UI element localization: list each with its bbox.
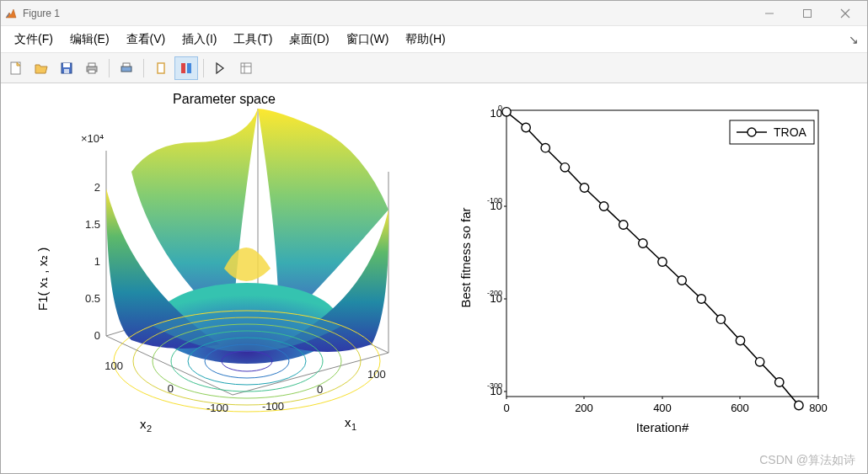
svg-rect-10 [88, 70, 95, 73]
menu-help[interactable]: 帮助(H) [397, 29, 453, 51]
svg-point-76 [697, 295, 705, 303]
z-axis-label: F1( x₁ , x₂ ) [35, 248, 50, 311]
svg-rect-7 [64, 69, 69, 73]
svg-rect-15 [187, 63, 191, 73]
svg-text:0.5: 0.5 [85, 292, 100, 305]
svg-text:100: 100 [367, 368, 386, 381]
svg-point-77 [716, 315, 725, 323]
y-axis-label: Best fitness so far [460, 207, 473, 307]
svg-point-69 [560, 163, 569, 172]
svg-point-84 [747, 128, 756, 136]
print-preview-button[interactable] [115, 56, 138, 80]
toolbar-separator [109, 59, 110, 77]
x2-axis-label: x [140, 417, 147, 431]
x-axis-label: Iteration# [636, 420, 689, 434]
svg-text:-300: -300 [487, 381, 502, 390]
watermark: CSDN @算法如诗 [759, 453, 855, 468]
svg-text:100: 100 [104, 359, 123, 372]
svg-point-80 [775, 378, 784, 386]
new-figure-button[interactable] [4, 56, 28, 80]
svg-text:600: 600 [731, 402, 749, 414]
svg-point-70 [580, 184, 588, 192]
plot-area: Parameter space [1, 83, 867, 473]
z-exponent-label: ×10⁴ [81, 132, 104, 145]
svg-rect-1 [803, 9, 811, 17]
svg-rect-11 [121, 67, 131, 72]
property-inspector-button[interactable] [234, 56, 258, 80]
toolbar-separator [203, 59, 204, 77]
svg-text:0: 0 [94, 329, 100, 342]
print-button[interactable] [80, 56, 104, 80]
menu-view[interactable]: 查看(V) [118, 29, 174, 51]
svg-point-72 [619, 221, 628, 229]
svg-text:-100: -100 [262, 400, 284, 413]
svg-text:0: 0 [317, 383, 323, 396]
svg-text:-200: -200 [487, 289, 502, 297]
svg-text:800: 800 [809, 402, 828, 414]
close-button[interactable] [826, 1, 864, 26]
svg-text:2: 2 [94, 181, 100, 194]
svg-text:0: 0 [503, 402, 509, 414]
svg-point-67 [522, 123, 530, 131]
svg-rect-16 [241, 63, 251, 73]
svg-point-73 [639, 239, 647, 248]
svg-point-78 [736, 336, 744, 344]
convergence-plot[interactable]: 100 10-100 10-200 10-300 0200 400600 800 [460, 102, 831, 429]
svg-text:0: 0 [168, 382, 174, 395]
svg-rect-9 [88, 63, 95, 67]
svg-text:-100: -100 [487, 196, 502, 205]
surface-plot[interactable]: Parameter space [26, 92, 422, 454]
svg-text:400: 400 [653, 402, 672, 414]
menu-file[interactable]: 文件(F) [6, 29, 62, 51]
svg-rect-6 [63, 63, 70, 67]
svg-point-74 [658, 258, 667, 266]
matlab-figure-icon [4, 7, 18, 20]
menu-insert[interactable]: 插入(I) [174, 29, 225, 51]
svg-point-66 [502, 108, 511, 116]
svg-point-81 [795, 401, 803, 409]
toolbar-separator [143, 59, 144, 77]
menu-tools[interactable]: 工具(T) [225, 29, 281, 51]
minimize-button[interactable] [750, 1, 788, 26]
menubar: 文件(F) 编辑(E) 查看(V) 插入(I) 工具(T) 桌面(D) 窗口(W… [1, 26, 867, 53]
svg-point-68 [541, 144, 549, 152]
x1-axis-label: x [345, 415, 351, 429]
menu-edit[interactable]: 编辑(E) [62, 29, 118, 51]
open-button[interactable] [29, 56, 53, 80]
maximize-button[interactable] [788, 1, 826, 26]
svg-rect-43 [506, 110, 818, 397]
svg-rect-13 [158, 63, 164, 73]
colorbar-button[interactable] [174, 56, 198, 80]
svg-rect-14 [181, 63, 185, 73]
svg-point-79 [755, 358, 764, 366]
edit-plot-button[interactable] [209, 56, 233, 80]
save-button[interactable] [55, 56, 78, 80]
link-button[interactable] [149, 56, 173, 80]
toolbar [1, 53, 867, 83]
menu-desktop[interactable]: 桌面(D) [281, 29, 337, 51]
restore-down-icon[interactable]: ↘ [849, 33, 859, 46]
menu-window[interactable]: 窗口(W) [338, 29, 398, 51]
svg-text:1.5: 1.5 [85, 218, 100, 231]
window-title: Figure 1 [23, 8, 750, 19]
svg-text:1: 1 [94, 255, 100, 268]
svg-point-71 [599, 202, 608, 210]
svg-text:-100: -100 [206, 402, 228, 414]
surface-title: Parameter space [26, 92, 422, 107]
legend-label: TROA [774, 125, 807, 139]
titlebar: Figure 1 [1, 1, 867, 26]
legend[interactable]: TROA [730, 120, 814, 144]
svg-text:2: 2 [147, 423, 152, 434]
svg-text:200: 200 [575, 402, 593, 414]
svg-text:1: 1 [351, 422, 356, 432]
svg-point-75 [678, 276, 686, 285]
svg-rect-12 [123, 63, 130, 67]
figure-window: Figure 1 文件(F) 编辑(E) 查看(V) 插入(I) 工具(T) 桌… [0, 0, 868, 474]
